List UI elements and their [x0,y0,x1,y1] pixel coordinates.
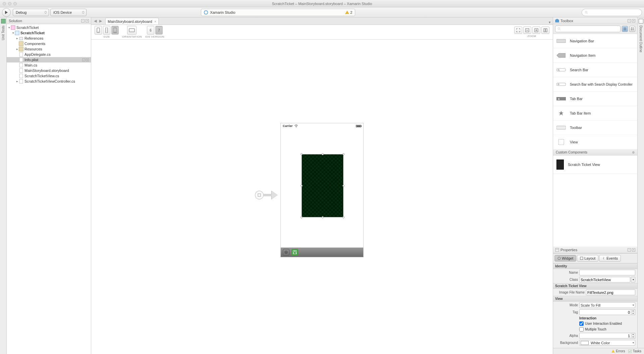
size-iphone-button[interactable] [95,26,102,35]
panel-autohide-icon[interactable]: ▫ [81,19,85,23]
file-close-icon[interactable]: × [86,58,89,61]
resize-handle-s[interactable] [322,216,324,218]
zoom-out-button[interactable] [523,27,531,34]
file-node[interactable]: MainStoryboard.storyboard [7,68,91,73]
storyboard-file-icon [19,68,23,73]
user-interaction-checkbox[interactable]: User Interaction Enabled [579,321,635,326]
zoom-in-button[interactable] [532,27,540,34]
file-autohide-icon[interactable]: ▫ [82,58,85,61]
resize-handle-nw[interactable] [301,153,303,155]
svg-marker-1 [204,11,208,14]
orientation-landscape-button[interactable] [127,26,137,35]
warning-badge[interactable]: ! 2 [345,10,352,14]
multiple-touch-checkbox[interactable]: Multiple Touch [579,327,635,331]
zoom-fit-button[interactable] [514,27,522,34]
file-node[interactable]: Main.cs [7,62,91,68]
image-file-name-field[interactable] [586,290,635,295]
alpha-field[interactable] [579,333,631,339]
components-node[interactable]: ▸ Components [7,41,91,46]
alpha-stepper[interactable]: ▴▾ [631,333,635,339]
view-controller-scene[interactable]: Carrier [280,123,364,257]
resize-handle-se[interactable] [342,216,344,218]
toolbox-item-navigation-item[interactable]: Navigation Item [553,48,637,63]
solution-node[interactable]: ▾ ScratchTicket [7,25,91,30]
nav-forward-button[interactable]: ▶ [98,18,103,23]
name-field[interactable] [579,270,635,275]
panel-autohide-icon[interactable]: ▫ [628,248,631,252]
resources-node[interactable]: ▸ Resources [7,46,91,52]
editor-tab[interactable]: MainStoryboard.storyboard × [105,18,159,25]
file-node[interactable]: Info.plist ▫ × [7,57,91,62]
size-ipad-button[interactable] [111,26,119,35]
unit-tests-icon[interactable] [1,19,6,24]
errors-pad-button[interactable]: Errors [611,349,625,353]
add-custom-component-button[interactable]: ⊕ [632,150,635,154]
scene-dock[interactable] [281,248,363,257]
initial-view-controller-arrow[interactable] [255,191,278,200]
toolbox-view-list-button[interactable] [622,26,628,32]
resize-handle-n[interactable] [322,153,324,155]
references-node[interactable]: ▸ References [7,36,91,41]
tab-overflow-icon[interactable]: ▾ [549,20,551,25]
panel-close-icon[interactable]: × [632,19,635,23]
nav-back-button[interactable]: ◀ [93,18,98,23]
panel-autohide-icon[interactable]: ▫ [628,19,631,23]
resize-handle-sw[interactable] [301,216,303,218]
right-dock-rail: Document Outline [637,17,644,354]
svg-rect-43 [633,29,634,30]
svg-line-36 [560,30,561,31]
tab-label: MainStoryboard.storyboard [108,19,152,24]
background-selector[interactable]: White Color [579,340,635,346]
svg-rect-14 [19,79,23,83]
panel-close-icon[interactable]: × [632,248,635,252]
solution-tree[interactable]: ▾ ScratchTicket ▾ ScratchTicket ▸ Refere… [7,24,91,354]
panel-close-icon[interactable]: × [86,19,89,23]
tag-field[interactable] [579,309,631,315]
resize-handle-w[interactable] [301,185,303,187]
ios6-button[interactable]: 6 [147,26,154,35]
size-iphone-tall-button[interactable] [103,26,110,35]
file-node[interactable]: ScratchTicketView.cs [7,73,91,79]
project-icon [15,31,19,35]
toolbox-item-search-bar-controller[interactable]: Search Bar with Search Display Controlle… [553,77,637,92]
properties-tab-widget[interactable]: Widget [554,255,576,262]
global-search-input[interactable] [582,9,642,16]
toolbox-item-tab-bar-item[interactable]: Tab Bar Item [553,106,637,121]
toolbox-view-grid-button[interactable] [629,26,635,32]
properties-tab-layout[interactable]: Layout [577,255,598,262]
toolbox-item-search-bar[interactable]: Search Bar [553,63,637,77]
zoom-actual-button[interactable] [541,27,549,34]
resize-handle-e[interactable] [342,185,344,187]
resize-handle-ne[interactable] [342,153,344,155]
toolbox-item-scratch-ticket-view[interactable]: Scratch Ticket View [553,156,637,174]
first-responder-dock-icon[interactable] [291,249,298,256]
document-outline-icon[interactable] [639,19,643,24]
tasks-pad-button[interactable]: Tasks [628,349,641,353]
svg-rect-13 [19,74,23,78]
tag-stepper[interactable]: ▴▾ [631,309,635,315]
target-selector[interactable]: iOS Device [50,9,87,16]
document-outline-label[interactable]: Document Outline [639,26,643,52]
tab-close-icon[interactable]: × [154,19,156,24]
class-dropdown-button[interactable]: ▾ [631,277,635,282]
run-button[interactable] [2,8,11,17]
toolbox-list[interactable]: Navigation Bar Navigation Item Search Ba… [553,34,637,247]
view-controller-dock-icon[interactable] [283,249,289,256]
file-node[interactable]: AppDelegate.cs [7,52,91,57]
toolbox-item-view[interactable]: View [553,135,637,149]
project-node[interactable]: ▾ ScratchTicket [7,30,91,36]
svg-rect-34 [556,19,558,20]
file-node[interactable]: ▸ ScratchTicketViewController.cs [7,79,91,84]
ios7-button[interactable]: 7 [155,26,163,35]
configuration-selector[interactable]: Debug [13,9,49,16]
class-field[interactable] [579,277,630,282]
toolbox-item-tab-bar[interactable]: Tab Bar [553,92,637,106]
properties-tab-events[interactable]: Events [599,255,621,262]
scratch-ticket-view[interactable] [302,154,343,217]
toolbox-item-toolbar[interactable]: Toolbar [553,121,637,135]
storyboard-canvas[interactable]: Carrier [91,40,553,354]
toolbox-item-navigation-bar[interactable]: Navigation Bar [553,34,637,48]
toolbox-search-input[interactable] [555,26,621,32]
mode-selector[interactable]: Scale To Fill [579,302,635,308]
unit-tests-label[interactable]: Unit Tests [1,26,5,40]
